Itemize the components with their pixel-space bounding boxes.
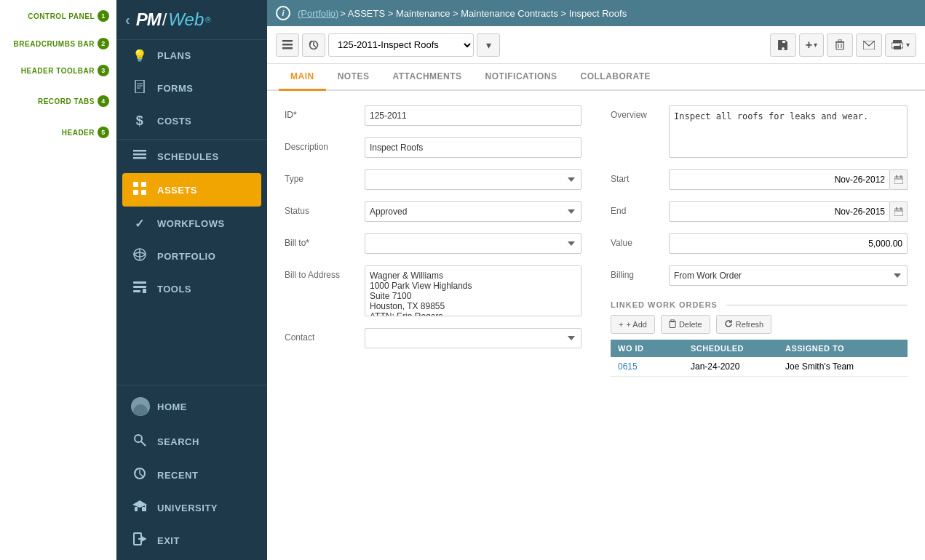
overview-value: Inspect all roofs for leaks and wear. — [669, 105, 908, 161]
sidebar-item-assets-label: ASSETS — [157, 185, 197, 196]
col-wo-id: WO ID — [611, 340, 683, 357]
svg-rect-40 — [894, 177, 903, 184]
linked-delete-button[interactable]: Delete — [661, 315, 710, 334]
sidebar-item-plans[interactable]: 💡 PLANS — [116, 40, 267, 71]
bill-to-field-row: Bill to* — [285, 233, 581, 257]
history-button[interactable] — [302, 33, 325, 57]
record-dropdown-button[interactable]: ▾ — [477, 33, 500, 57]
sidebar-item-forms[interactable]: FORMS — [116, 71, 267, 105]
tab-notes[interactable]: NOTES — [326, 64, 381, 91]
svg-line-18 — [141, 441, 146, 446]
contact-select[interactable] — [365, 328, 581, 348]
print-dropdown-icon: ▾ — [906, 41, 910, 49]
chevron-left-icon[interactable]: ‹ — [125, 12, 130, 28]
status-field-row: Status Approved — [285, 201, 581, 225]
start-date-input[interactable] — [669, 169, 890, 190]
info-icon[interactable]: i — [276, 6, 290, 20]
svg-rect-21 — [135, 507, 138, 511]
svg-rect-38 — [894, 46, 901, 49]
linked-add-label: + Add — [626, 320, 646, 329]
billing-select[interactable]: From Work Order Fixed Time & Materials — [669, 265, 908, 286]
breadcrumb-portfolio[interactable]: (Portfolio) — [298, 8, 338, 19]
assets-icon — [131, 182, 148, 198]
description-input[interactable] — [365, 137, 581, 158]
svg-rect-9 — [133, 190, 138, 195]
linked-refresh-label: Refresh — [736, 320, 764, 329]
id-input[interactable] — [365, 105, 581, 126]
svg-rect-26 — [282, 40, 293, 42]
add-button[interactable]: + ▾ — [799, 33, 824, 57]
start-calendar-icon[interactable] — [890, 169, 908, 190]
status-value: Approved — [365, 201, 581, 222]
contact-label: Contact — [285, 328, 365, 343]
exit-icon — [131, 532, 148, 548]
list-view-button[interactable] — [276, 33, 299, 57]
annotation-label-5: HEADER — [0, 129, 95, 137]
svg-rect-27 — [282, 44, 293, 46]
forms-icon — [131, 80, 148, 96]
sidebar-nav: 💡 PLANS FORMS $ COSTS SCHEDULES — [116, 40, 267, 385]
end-date-input[interactable] — [669, 201, 890, 222]
description-value — [365, 137, 581, 158]
tab-attachments[interactable]: ATTACHMENTS — [381, 64, 474, 91]
sidebar-item-recent[interactable]: RECENT — [116, 458, 267, 492]
svg-rect-8 — [141, 182, 146, 187]
sidebar-item-schedules-label: SCHEDULES — [157, 151, 219, 162]
svg-rect-15 — [133, 290, 140, 292]
end-calendar-icon[interactable] — [890, 201, 908, 222]
start-label: Start — [611, 169, 669, 184]
svg-rect-32 — [836, 42, 843, 49]
annotation-badge-5: 5 — [98, 127, 109, 138]
linked-refresh-icon — [724, 319, 733, 329]
type-select[interactable] — [365, 169, 581, 190]
university-icon — [131, 500, 148, 515]
id-value — [365, 105, 581, 126]
email-button[interactable] — [856, 33, 882, 57]
sidebar-item-portfolio-label: PORTFOLIO — [157, 251, 215, 262]
record-selector[interactable]: 125-2011-Inspect Roofs — [328, 33, 474, 57]
bill-to-select[interactable] — [365, 233, 581, 254]
logo-pm: PM — [136, 9, 161, 30]
svg-rect-5 — [133, 153, 146, 156]
value-input[interactable] — [669, 233, 908, 254]
end-field-row: End — [611, 201, 908, 225]
status-select[interactable]: Approved — [365, 201, 581, 222]
contact-field-row: Contact — [285, 328, 581, 351]
sidebar-item-workflows[interactable]: ✓ WORKFLOWS — [116, 208, 267, 239]
sidebar-item-portfolio[interactable]: PORTFOLIO — [116, 239, 267, 273]
bill-to-label: Bill to* — [285, 233, 365, 248]
sidebar-item-tools[interactable]: TOOLS — [116, 273, 267, 305]
end-label: End — [611, 201, 669, 216]
tools-icon — [131, 281, 148, 296]
sidebar-item-search[interactable]: SEARCH — [116, 425, 267, 458]
tab-notifications[interactable]: NOTIFICATIONS — [474, 64, 569, 91]
save-button[interactable] — [770, 33, 796, 57]
svg-rect-23 — [145, 505, 146, 511]
svg-rect-49 — [671, 319, 674, 321]
delete-button[interactable] — [827, 33, 853, 57]
linked-add-icon: + — [619, 320, 623, 329]
sidebar-item-exit[interactable]: EXIT — [116, 524, 267, 557]
logo-registered: ® — [205, 16, 210, 24]
value-value — [669, 233, 908, 254]
sidebar-item-university[interactable]: UNIVERSITY — [116, 492, 267, 524]
wo-id-link[interactable]: 0615 — [618, 361, 638, 372]
bill-to-value — [365, 233, 581, 254]
tab-collaborate[interactable]: COLLABORATE — [569, 64, 663, 91]
home-avatar — [131, 397, 148, 416]
linked-refresh-button[interactable]: Refresh — [716, 315, 772, 334]
tab-main[interactable]: MAIN — [279, 64, 326, 91]
contact-value — [365, 328, 581, 348]
portfolio-icon — [131, 248, 148, 264]
value-field-row: Value — [611, 233, 908, 257]
print-button[interactable]: ▾ — [885, 33, 916, 57]
linked-add-button[interactable]: + + Add — [611, 315, 655, 334]
sidebar-item-schedules[interactable]: SCHEDULES — [116, 141, 267, 172]
overview-input[interactable]: Inspect all roofs for leaks and wear. — [669, 105, 908, 158]
sidebar-item-recent-label: RECENT — [157, 470, 198, 481]
bill-address-input[interactable]: Wagner & Williams 1000 Park View Highlan… — [365, 265, 581, 316]
svg-rect-16 — [143, 289, 146, 293]
sidebar-item-home[interactable]: HOME — [116, 388, 267, 425]
sidebar-item-assets[interactable]: ASSETS — [122, 173, 261, 207]
sidebar-item-costs[interactable]: $ COSTS — [116, 105, 267, 137]
